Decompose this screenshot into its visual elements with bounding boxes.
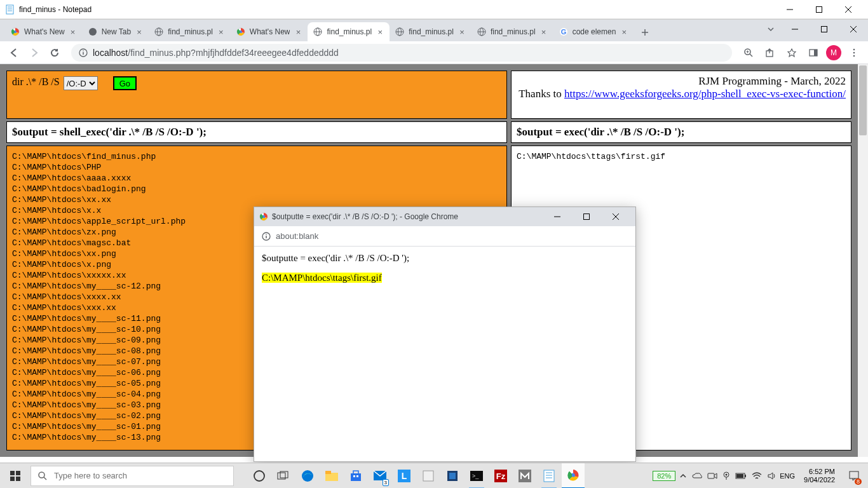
location-icon[interactable] xyxy=(722,471,730,480)
battery-level[interactable]: 82% xyxy=(653,471,675,481)
tab-close-icon[interactable]: × xyxy=(69,27,78,36)
shell-exec-command: $output = shell_exec('dir .\* /B /S /O:-… xyxy=(6,121,507,143)
cortana-icon[interactable] xyxy=(248,463,271,489)
profile-avatar[interactable]: M xyxy=(826,45,841,60)
browser-tab[interactable]: find_minus.pl× xyxy=(308,22,390,41)
browser-tab[interactable]: find_minus.pl× xyxy=(390,22,471,41)
svg-point-59 xyxy=(39,472,44,478)
svg-point-64 xyxy=(302,470,313,482)
browser-tab[interactable]: find_minus.pl× xyxy=(149,22,231,41)
credits-panel: RJM Programming - March, 2022 Thanks to … xyxy=(511,71,851,119)
svg-rect-5 xyxy=(817,6,822,12)
svg-point-10 xyxy=(89,28,97,36)
wifi-icon[interactable] xyxy=(752,472,762,480)
info-icon[interactable] xyxy=(262,232,271,241)
onedrive-icon[interactable] xyxy=(692,472,702,480)
popup-window: $outputte = exec('dir .\* /B /S /O:-D ')… xyxy=(254,207,636,462)
credit-link[interactable]: https://www.geeksforgeeks.org/php-shell_… xyxy=(564,88,846,100)
meet-now-icon[interactable] xyxy=(707,472,717,480)
tab-close-icon[interactable]: × xyxy=(294,27,302,36)
popup-maximize-button[interactable] xyxy=(572,207,601,226)
popup-close-button[interactable] xyxy=(601,207,630,226)
search-icon xyxy=(37,471,48,481)
mamp-icon[interactable] xyxy=(513,463,536,489)
browser-tab[interactable]: find_minus.pl× xyxy=(471,22,553,41)
exec-command: $output = exec('dir .\* /B /S /O:-D '); xyxy=(511,121,851,143)
browser-tab[interactable]: New Tab× xyxy=(83,22,149,41)
dir-command-panel: dir .\* /B /S /O:-D Go xyxy=(6,71,507,119)
bookmark-icon[interactable] xyxy=(783,44,801,62)
chrome-window-controls xyxy=(761,20,868,39)
chrome-favicon-icon xyxy=(88,27,98,37)
svg-rect-70 xyxy=(356,475,358,477)
share-icon[interactable] xyxy=(761,44,779,62)
taskbar-search[interactable] xyxy=(31,466,234,486)
page-scrollbar[interactable] xyxy=(858,64,868,457)
chrome-maximize-button[interactable] xyxy=(810,20,839,39)
svg-line-37 xyxy=(750,54,752,57)
tab-close-icon[interactable]: × xyxy=(376,27,384,36)
tab-close-icon[interactable]: × xyxy=(135,27,144,36)
maximize-button[interactable] xyxy=(804,0,834,19)
system-tray: 82% ENG 6:52 PM 9/04/2022 8 xyxy=(653,463,868,489)
back-button[interactable] xyxy=(5,44,23,62)
svg-rect-68 xyxy=(353,471,358,474)
scroll-thumb[interactable] xyxy=(859,65,867,135)
side-panel-icon[interactable] xyxy=(804,44,822,62)
svg-text:L: L xyxy=(402,471,407,481)
file-explorer-icon[interactable] xyxy=(320,463,343,489)
zoom-icon[interactable] xyxy=(740,44,757,62)
dir-prefix-text: dir .\* /B /S xyxy=(12,76,60,88)
tab-close-icon[interactable]: × xyxy=(458,27,466,36)
popup-highlighted-output: C:\MAMP\htdocs\ttags\first.gif xyxy=(262,273,382,283)
filezilla-icon[interactable]: Fz xyxy=(489,463,512,489)
new-tab-button[interactable] xyxy=(636,24,654,41)
close-button[interactable] xyxy=(834,0,863,19)
svg-rect-74 xyxy=(423,471,433,481)
volume-icon[interactable] xyxy=(767,471,776,480)
popup-titlebar[interactable]: $outputte = exec('dir .\* /B /S /O:-D ')… xyxy=(254,207,635,226)
store-icon[interactable] xyxy=(344,463,367,489)
popup-minimize-button[interactable] xyxy=(543,207,572,226)
popup-body: $outputte = exec('dir .\* /B /S /O:-D ')… xyxy=(254,247,635,461)
virtualbox-icon[interactable] xyxy=(441,463,464,489)
menu-icon[interactable] xyxy=(845,44,863,62)
tab-search-button[interactable] xyxy=(761,25,780,33)
tray-chevron-icon[interactable] xyxy=(679,472,687,480)
svg-point-35 xyxy=(83,50,84,51)
notepad-window-controls xyxy=(775,0,863,19)
site-info-icon[interactable] xyxy=(79,48,88,57)
search-input[interactable] xyxy=(54,471,227,480)
reload-button[interactable] xyxy=(46,44,64,62)
go-button[interactable]: Go xyxy=(113,76,137,90)
tab-close-icon[interactable]: × xyxy=(620,27,628,36)
edge-icon[interactable] xyxy=(296,463,319,489)
clock[interactable]: 6:52 PM 9/04/2022 xyxy=(804,468,835,484)
forward-button[interactable] xyxy=(25,44,43,62)
popup-title: $outputte = exec('dir .\* /B /S /O:-D ')… xyxy=(272,212,543,221)
chrome-minimize-button[interactable] xyxy=(780,20,810,39)
terminal-icon[interactable]: >_ xyxy=(465,463,488,489)
dir-sort-select[interactable]: /O:-D xyxy=(64,76,98,90)
language-indicator[interactable]: ENG xyxy=(780,472,795,480)
taskbar: 3 L >_ Fz 82% ENG 6:52 PM 9/04/2022 8 xyxy=(0,463,868,488)
browser-tab[interactable]: What's New× xyxy=(231,22,308,41)
chrome-close-button[interactable] xyxy=(839,20,868,39)
start-button[interactable] xyxy=(0,463,31,489)
task-view-icon[interactable] xyxy=(272,463,295,489)
chrome-taskbar-icon[interactable] xyxy=(562,463,585,489)
battery-icon[interactable] xyxy=(735,473,747,479)
mail-icon[interactable]: 3 xyxy=(369,463,391,489)
unknown-app-icon[interactable] xyxy=(417,463,440,489)
minimize-button[interactable] xyxy=(775,0,804,19)
browser-tab[interactable]: Gcode elemen× xyxy=(553,22,634,41)
notepad-taskbar-icon[interactable] xyxy=(538,463,560,489)
tab-close-icon[interactable]: × xyxy=(539,27,548,36)
notifications-button[interactable]: 8 xyxy=(844,463,864,489)
google-favicon-icon: G xyxy=(559,27,569,37)
svg-text:>_: >_ xyxy=(472,473,479,479)
browser-tab[interactable]: What's New× xyxy=(5,22,83,41)
app-l-icon[interactable]: L xyxy=(393,463,416,489)
address-bar[interactable]: localhost/find_minus.php?mhjfjhdfddef34r… xyxy=(71,44,732,62)
tab-close-icon[interactable]: × xyxy=(217,27,226,36)
